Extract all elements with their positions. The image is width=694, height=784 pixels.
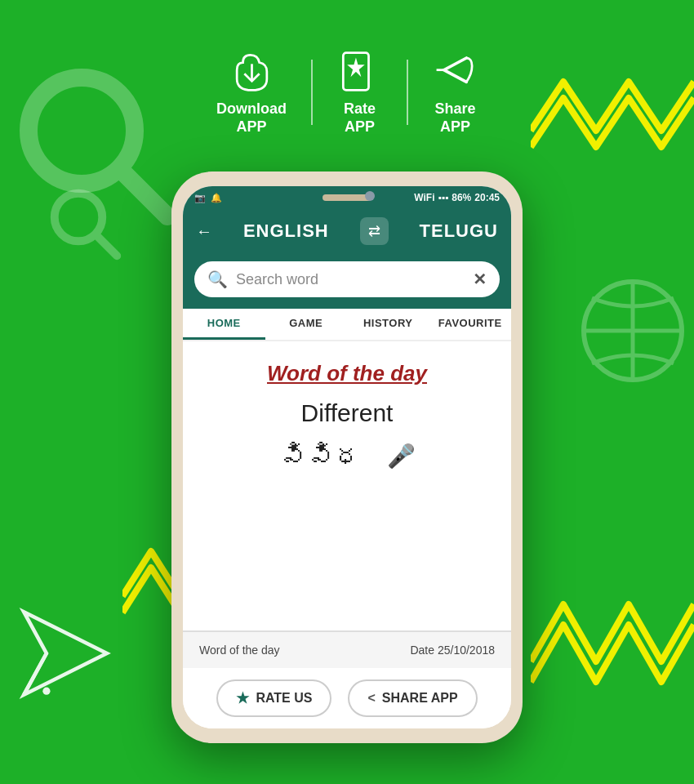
- word-of-day-title: Word of the day: [267, 361, 427, 386]
- share-btn-icon: <: [367, 691, 375, 706]
- word-meta-date: Date 25/10/2018: [410, 644, 495, 657]
- zigzag-bottom-right: [531, 580, 694, 702]
- download-label-line2: APP: [236, 118, 266, 136]
- tab-history[interactable]: HISTORY: [347, 309, 429, 340]
- rate-us-label: RATE US: [256, 691, 312, 706]
- search-input[interactable]: Search word: [236, 271, 465, 288]
- wifi-icon: WiFi: [414, 192, 434, 203]
- word-meta-label: Word of the day: [199, 644, 280, 657]
- svg-line-3: [97, 236, 118, 256]
- svg-line-1: [122, 172, 167, 216]
- camera-icon: 📷: [194, 193, 206, 203]
- share-app-button[interactable]: Share APP: [408, 49, 502, 136]
- clear-button[interactable]: ✕: [473, 270, 487, 289]
- english-word: Different: [301, 399, 394, 427]
- share-icon: [433, 49, 478, 94]
- share-label-line1: Share: [434, 100, 475, 118]
- download-label-line1: Download: [216, 100, 287, 118]
- download-app-button[interactable]: Download APP: [192, 49, 311, 136]
- microphone-button[interactable]: 🎤: [387, 443, 416, 470]
- battery-percent: 86%: [452, 192, 471, 203]
- tab-game[interactable]: GAME: [265, 309, 348, 340]
- back-button[interactable]: ←: [196, 222, 212, 241]
- svg-marker-7: [24, 612, 107, 695]
- bottom-action-buttons: ★ RATE US < SHARE APP: [183, 668, 511, 728]
- search-section: 🔍 Search word ✕: [183, 253, 511, 309]
- search-bar[interactable]: 🔍 Search word ✕: [194, 261, 500, 297]
- bg-search-small-icon: [49, 188, 122, 261]
- star-icon: ★: [236, 689, 249, 707]
- share-app-label: SHARE APP: [382, 691, 458, 706]
- time-display: 20:45: [474, 192, 500, 203]
- top-actions-bar: Download APP Rate APP Share APP: [192, 49, 502, 136]
- status-right: WiFi ▪▪▪ 86% 20:45: [414, 192, 500, 203]
- bg-paper-plane-icon: [16, 604, 114, 702]
- telugu-word: వివిధ: [279, 440, 363, 472]
- bg-basketball-icon: [580, 278, 686, 384]
- svg-point-9: [42, 688, 50, 695]
- zigzag-top-right: [531, 65, 694, 163]
- notification-icon: 🔔: [211, 193, 222, 203]
- phone-body: 📷 🔔 WiFi ▪▪▪ 86% 20:45 ← English ⇄ Telug…: [171, 172, 523, 743]
- app-header: ← English ⇄ Telugu: [183, 209, 511, 253]
- phone-screen: 📷 🔔 WiFi ▪▪▪ 86% 20:45 ← English ⇄ Telug…: [183, 186, 511, 728]
- telugu-word-row: వివిధ 🎤: [199, 440, 495, 472]
- share-app-phone-button[interactable]: < SHARE APP: [348, 679, 477, 717]
- swap-language-button[interactable]: ⇄: [360, 217, 389, 245]
- tab-favourite[interactable]: FAVOURITE: [429, 309, 512, 340]
- signal-strength: ▪▪▪: [438, 192, 449, 203]
- target-language[interactable]: Telugu: [420, 220, 498, 242]
- phone-camera: [365, 191, 375, 201]
- navigation-tabs: HOME GAME HISTORY FAVOURITE: [183, 309, 511, 341]
- phone-mockup: 📷 🔔 WiFi ▪▪▪ 86% 20:45 ← English ⇄ Telug…: [171, 172, 523, 743]
- word-of-the-day-card: Word of the day Different వివిధ 🎤: [183, 341, 511, 631]
- rate-icon: [337, 49, 382, 94]
- download-icon: [229, 49, 274, 94]
- source-language[interactable]: English: [243, 220, 329, 242]
- svg-marker-12: [349, 60, 363, 74]
- rate-label-line2: APP: [345, 118, 375, 136]
- word-meta-info: Word of the day Date 25/10/2018: [183, 631, 511, 668]
- rate-label-line1: Rate: [344, 100, 376, 118]
- status-left: 📷 🔔: [194, 193, 222, 203]
- search-icon: 🔍: [207, 270, 228, 289]
- rate-us-button[interactable]: ★ RATE US: [216, 679, 331, 717]
- rate-app-button[interactable]: Rate APP: [313, 49, 407, 136]
- tab-home[interactable]: HOME: [183, 309, 265, 340]
- share-label-line2: APP: [440, 118, 470, 136]
